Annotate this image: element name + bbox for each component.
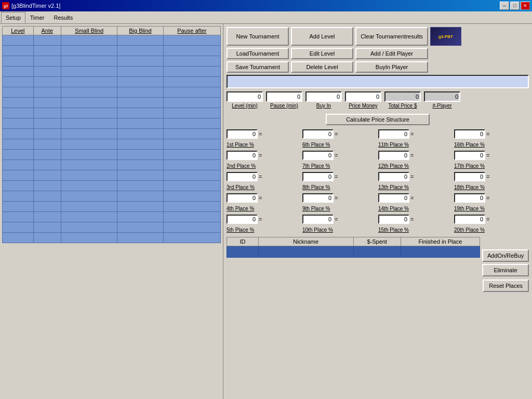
addon-rebuy-button[interactable]: AddOn/ReBuy xyxy=(482,249,529,262)
col-ante: Ante xyxy=(33,26,61,35)
load-tournament-button[interactable]: LoadTournament xyxy=(227,48,289,59)
place-row-17: = xyxy=(454,151,529,160)
place-row-1: = xyxy=(227,129,301,139)
col-small-blind: Small Blind xyxy=(61,26,117,35)
place-16-input[interactable] xyxy=(454,129,485,139)
place-12-input[interactable] xyxy=(378,151,409,160)
level-min-input[interactable] xyxy=(227,91,263,102)
col-pause-after: Pause after xyxy=(163,26,220,35)
place-2-input[interactable] xyxy=(227,151,258,160)
place-3-input[interactable] xyxy=(227,172,258,181)
tab-setup[interactable]: Setup xyxy=(1,12,25,23)
table-row xyxy=(3,98,221,108)
place-18-input[interactable] xyxy=(454,172,485,181)
table-row xyxy=(3,150,221,160)
info-box xyxy=(227,75,529,88)
place-14-label: 14th Place % xyxy=(378,206,453,211)
table-row xyxy=(3,129,221,139)
pause-min-group: Pause (min) xyxy=(266,91,302,109)
edit-level-button[interactable]: Edit Level xyxy=(291,48,353,59)
top-buttons-row1: New Tournament Add Level Clear Tournamen… xyxy=(227,27,529,46)
title-bar: g3 [g3BlindTimer v2.1] ─ □ ✕ xyxy=(0,0,532,11)
place-6-label: 6th Place % xyxy=(302,142,377,148)
reset-places-button[interactable]: Reset Places xyxy=(483,280,529,292)
top-buttons-row3: Save Tournament Delete Level BuyIn Playe… xyxy=(227,61,529,73)
players-table: ID Nickname $-Spent Finished in Place xyxy=(227,237,480,258)
place-6-input[interactable] xyxy=(302,129,334,139)
delete-level-button[interactable]: Delete Level xyxy=(291,61,353,73)
place-4-input[interactable] xyxy=(227,193,258,203)
place-row-4: = xyxy=(227,193,301,203)
app-icon: g3 xyxy=(2,2,9,9)
calculate-price-button[interactable]: Calculate Price Structure xyxy=(326,114,430,125)
pause-min-input[interactable] xyxy=(266,91,302,102)
place-row-18: = xyxy=(454,172,529,181)
place-9-label: 9th Place % xyxy=(302,206,377,211)
place-row-13: = xyxy=(378,172,453,181)
table-row xyxy=(3,56,221,66)
place-15-input[interactable] xyxy=(378,215,409,224)
new-tournament-button[interactable]: New Tournament xyxy=(227,27,289,46)
col-spent: $-Spent xyxy=(353,237,401,246)
main-content: Level Ante Small Blind Big Blind Pause a… xyxy=(0,24,532,399)
place-13-input[interactable] xyxy=(378,172,409,181)
place-11-input[interactable] xyxy=(378,129,409,139)
maximize-button[interactable]: □ xyxy=(510,2,520,10)
table-row xyxy=(3,139,221,150)
place-5-input[interactable] xyxy=(227,215,258,224)
place-11-label: 11th Place % xyxy=(378,142,453,148)
place-20-input[interactable] xyxy=(454,215,485,224)
place-15-label: 15th Place % xyxy=(378,227,453,233)
side-buttons: AddOn/ReBuy Eliminate xyxy=(482,237,529,276)
tab-results[interactable]: Results xyxy=(49,12,77,23)
table-row xyxy=(3,35,221,46)
col-big-blind: Big Blind xyxy=(117,26,164,35)
add-edit-player-button[interactable]: Add / Edit Player xyxy=(355,48,428,59)
buy-in-label: Buy In xyxy=(316,103,331,109)
price-structure-grid: = 1st Place % = 2nd Place % = 3rd Place … xyxy=(227,129,529,233)
place-4-label: 4th Place % xyxy=(227,206,301,211)
clear-tournament-button[interactable]: Clear Tournamentresults xyxy=(355,27,428,46)
window-title: [g3BlindTimer v2.1] xyxy=(11,3,60,9)
place-19-input[interactable] xyxy=(454,193,485,203)
place-8-input[interactable] xyxy=(302,172,334,181)
total-price-input[interactable] xyxy=(384,91,421,102)
minimize-button[interactable]: ─ xyxy=(500,2,509,10)
top-buttons-row2: LoadTournament Edit Level Add / Edit Pla… xyxy=(227,48,529,59)
place-row-3: = xyxy=(227,172,301,181)
total-price-label: Total Price $ xyxy=(388,103,417,109)
place-9-input[interactable] xyxy=(302,193,334,203)
player-row xyxy=(227,246,480,258)
place-7-input[interactable] xyxy=(302,151,334,160)
place-10-label: 10th Place % xyxy=(302,227,377,233)
place-17-input[interactable] xyxy=(454,151,485,160)
price-col-2: = 6th Place % = 7th Place % = 8th Place … xyxy=(302,129,377,233)
place-row-5: = xyxy=(227,215,301,224)
buy-in-input[interactable] xyxy=(305,91,342,102)
place-18-label: 18th Place % xyxy=(454,184,529,190)
price-money-group: Price Money xyxy=(345,91,381,109)
tab-timer[interactable]: Timer xyxy=(25,12,49,23)
place-row-8: = xyxy=(302,172,377,181)
app-logo: g3-PBT xyxy=(430,27,461,46)
place-row-15: = xyxy=(378,215,453,224)
place-12-label: 12th Place % xyxy=(378,163,453,169)
place-1-input[interactable] xyxy=(227,129,258,139)
total-price-group: Total Price $ xyxy=(384,91,421,109)
place-14-input[interactable] xyxy=(378,193,409,203)
number-inputs-row: Level (min) Pause (min) Buy In Price Mon… xyxy=(227,91,529,109)
save-tournament-button[interactable]: Save Tournament xyxy=(227,61,289,73)
num-player-input[interactable] xyxy=(424,91,460,102)
add-level-button[interactable]: Add Level xyxy=(291,27,353,46)
place-row-19: = xyxy=(454,193,529,203)
place-19-label: 19th Place % xyxy=(454,206,529,211)
eliminate-button[interactable]: Eliminate xyxy=(482,264,529,276)
place-10-input[interactable] xyxy=(302,215,334,224)
place-row-16: = xyxy=(454,129,529,139)
levels-table: Level Ante Small Blind Big Blind Pause a… xyxy=(2,26,221,243)
buyin-player-button[interactable]: BuyIn Player xyxy=(355,61,428,73)
price-money-input[interactable] xyxy=(345,91,381,102)
place-row-10: = xyxy=(302,215,377,224)
close-button[interactable]: ✕ xyxy=(521,2,530,10)
col-finished-in-place: Finished in Place xyxy=(401,237,480,246)
